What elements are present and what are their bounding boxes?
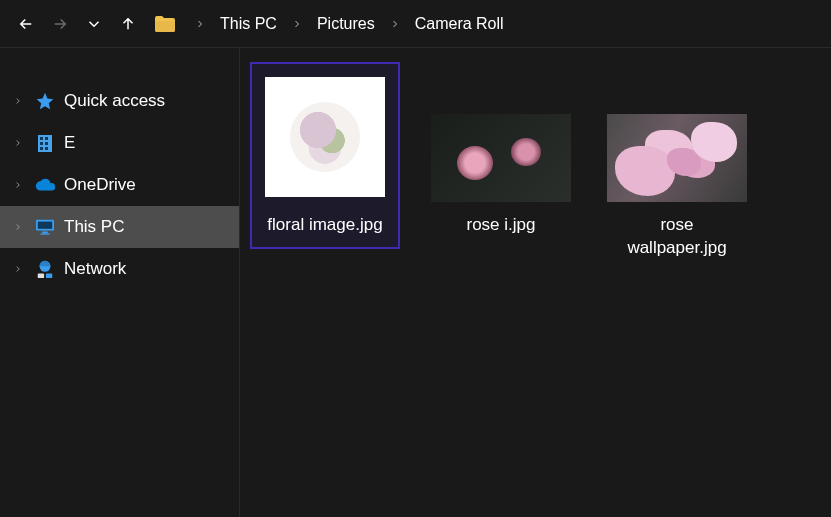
sidebar-item-label: Quick access [64, 91, 165, 111]
sidebar-item-onedrive[interactable]: OneDrive [0, 164, 239, 206]
nav-tree: Quick access E OneDrive This PC Network [0, 48, 240, 517]
sidebar-item-label: Network [64, 259, 126, 279]
svg-rect-2 [45, 137, 48, 140]
sidebar-item-this-pc[interactable]: This PC [0, 206, 239, 248]
recent-dropdown[interactable] [80, 10, 108, 38]
file-thumbnail [431, 114, 571, 202]
chevron-right-icon[interactable] [10, 222, 26, 232]
chevron-right-icon[interactable] [385, 18, 405, 30]
chevron-right-icon[interactable] [10, 180, 26, 190]
file-label: floral image.jpg [267, 214, 382, 237]
file-item[interactable]: rose i.jpg [426, 62, 576, 249]
svg-rect-6 [45, 147, 48, 150]
forward-button[interactable] [46, 10, 74, 38]
file-pane[interactable]: floral image.jpg rose i.jpg rose wallpap… [240, 48, 831, 517]
svg-rect-10 [41, 233, 50, 234]
star-icon [34, 91, 56, 111]
network-icon [34, 259, 56, 279]
sidebar-item-label: This PC [64, 217, 124, 237]
folder-icon [154, 15, 176, 33]
monitor-icon [34, 218, 56, 236]
breadcrumb-this-pc[interactable]: This PC [214, 13, 283, 35]
nav-toolbar: This PC Pictures Camera Roll [0, 0, 831, 48]
file-label: rose i.jpg [467, 214, 536, 237]
sidebar-item-network[interactable]: Network [0, 248, 239, 290]
svg-rect-4 [45, 142, 48, 145]
file-thumbnail [607, 114, 747, 202]
sidebar-item-label: E [64, 133, 75, 153]
chevron-right-icon[interactable] [190, 18, 210, 30]
cloud-icon [34, 177, 56, 193]
svg-rect-3 [40, 142, 43, 145]
building-icon [34, 133, 56, 153]
breadcrumb: This PC Pictures Camera Roll [190, 13, 510, 35]
chevron-right-icon[interactable] [287, 18, 307, 30]
svg-rect-9 [42, 232, 47, 234]
up-button[interactable] [114, 10, 142, 38]
svg-rect-1 [40, 137, 43, 140]
file-label: rose wallpaper.jpg [610, 214, 744, 260]
back-button[interactable] [12, 10, 40, 38]
file-thumbnail [260, 72, 390, 202]
chevron-right-icon[interactable] [10, 96, 26, 106]
chevron-right-icon[interactable] [10, 264, 26, 274]
chevron-right-icon[interactable] [10, 138, 26, 148]
svg-rect-5 [40, 147, 43, 150]
sidebar-item-label: OneDrive [64, 175, 136, 195]
sidebar-item-quick-access[interactable]: Quick access [0, 80, 239, 122]
svg-rect-12 [38, 274, 44, 279]
breadcrumb-pictures[interactable]: Pictures [311, 13, 381, 35]
svg-rect-8 [38, 222, 52, 229]
sidebar-item-e[interactable]: E [0, 122, 239, 164]
file-item[interactable]: floral image.jpg [250, 62, 400, 249]
file-item[interactable]: rose wallpaper.jpg [602, 62, 752, 272]
breadcrumb-camera-roll[interactable]: Camera Roll [409, 13, 510, 35]
svg-rect-13 [46, 274, 52, 279]
